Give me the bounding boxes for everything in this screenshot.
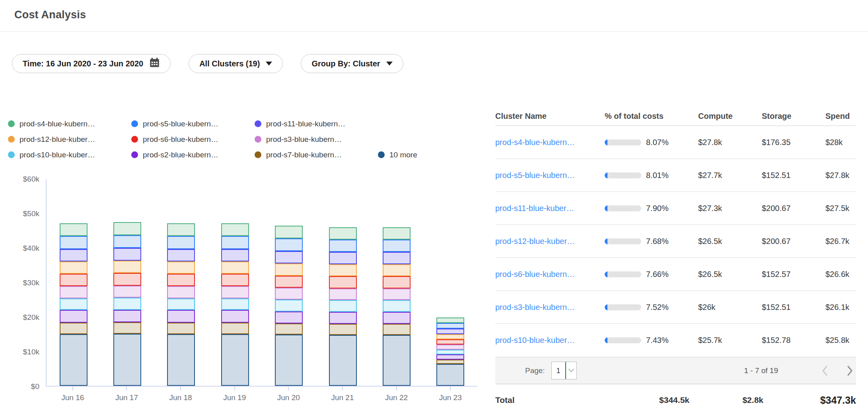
bar-segment[interactable]: [436, 344, 464, 350]
bar-segment[interactable]: [275, 300, 303, 312]
bar-segment[interactable]: [329, 264, 357, 276]
bar-segment[interactable]: [436, 329, 464, 334]
bar-segment[interactable]: [113, 261, 141, 273]
clusters-filter-dropdown[interactable]: All Clusters (19): [189, 54, 283, 73]
legend-item[interactable]: prod-s4-blue-kubern…: [8, 120, 107, 128]
legend-item[interactable]: prod-s11-blue-kubern…: [255, 120, 353, 128]
bar-segment[interactable]: [113, 273, 141, 285]
time-range-filter[interactable]: Time: 16 Jun 2020 - 23 Jun 2020: [12, 54, 171, 73]
bar-segment[interactable]: [329, 252, 357, 264]
bar-segment[interactable]: [383, 335, 411, 386]
bar-segment[interactable]: [60, 223, 88, 236]
cluster-name-link[interactable]: prod-s11-blue-kuber…: [495, 204, 605, 213]
bar-segment[interactable]: [60, 249, 88, 261]
page-select[interactable]: 1: [551, 362, 577, 379]
cluster-name-link[interactable]: prod-s6-blue-kubern…: [495, 270, 605, 279]
legend-item[interactable]: prod-s10-blue-kuber…: [8, 151, 107, 159]
bar-segment[interactable]: [167, 274, 195, 286]
bar-segment[interactable]: [436, 317, 464, 323]
bar-segment[interactable]: [383, 240, 411, 252]
bar-segment[interactable]: [221, 223, 249, 236]
bar-segment[interactable]: [167, 334, 195, 386]
legend-item[interactable]: prod-s5-blue-kubern…: [131, 120, 230, 128]
legend-item[interactable]: prod-s3-blue-kubern…: [255, 135, 353, 144]
bar-segment[interactable]: [221, 286, 249, 298]
bar-segment[interactable]: [60, 298, 88, 310]
cluster-name-link[interactable]: prod-s4-blue-kubern…: [495, 138, 605, 147]
bar-segment[interactable]: [221, 261, 249, 274]
bar-segment[interactable]: [167, 249, 195, 261]
bar-segment[interactable]: [383, 300, 411, 312]
bar-segment[interactable]: [329, 335, 357, 386]
prev-page-button[interactable]: [821, 365, 829, 377]
bar-segment[interactable]: [436, 364, 464, 386]
bar-segment[interactable]: [275, 312, 303, 323]
bar-segment[interactable]: [275, 335, 303, 386]
bar-segment[interactable]: [167, 323, 195, 334]
bar-segment[interactable]: [167, 286, 195, 298]
bar-segment[interactable]: [113, 310, 141, 322]
bar-segment[interactable]: [329, 312, 357, 324]
bar-segment[interactable]: [383, 264, 411, 276]
legend-item[interactable]: 10 more: [378, 151, 417, 159]
bar-segment[interactable]: [60, 236, 88, 249]
bar-segment[interactable]: [221, 236, 249, 249]
bar-segment[interactable]: [275, 323, 303, 335]
bar-segment[interactable]: [436, 323, 464, 329]
bar-segment[interactable]: [60, 323, 88, 334]
bar-segment[interactable]: [329, 227, 357, 240]
bar-segment[interactable]: [275, 263, 303, 275]
next-page-button[interactable]: [846, 365, 854, 377]
bar-segment[interactable]: [436, 354, 464, 360]
bar-segment[interactable]: [329, 324, 357, 335]
bar-segment[interactable]: [113, 286, 141, 298]
cluster-name-link[interactable]: prod-s10-blue-kuber…: [495, 336, 605, 345]
legend-item[interactable]: prod-s12-blue-kuber…: [8, 135, 107, 144]
bar-segment[interactable]: [60, 310, 88, 322]
bar-segment[interactable]: [167, 261, 195, 274]
bar-segment[interactable]: [383, 276, 411, 288]
bar-segment[interactable]: [113, 248, 141, 261]
bar-segment[interactable]: [275, 238, 303, 251]
bar-segment[interactable]: [383, 252, 411, 264]
bar-segment[interactable]: [167, 236, 195, 249]
bar-segment[interactable]: [167, 298, 195, 310]
bar-segment[interactable]: [383, 227, 411, 240]
bar-segment[interactable]: [329, 288, 357, 300]
bar-segment[interactable]: [275, 251, 303, 263]
bar-segment[interactable]: [436, 360, 464, 364]
bar-segment[interactable]: [221, 274, 249, 286]
bar-segment[interactable]: [383, 324, 411, 335]
legend-item[interactable]: prod-s7-blue-kubern…: [255, 151, 353, 159]
bar-segment[interactable]: [60, 286, 88, 298]
bar-segment[interactable]: [60, 274, 88, 286]
cluster-name-link[interactable]: prod-s3-blue-kubern…: [495, 303, 605, 312]
bar-segment[interactable]: [275, 288, 303, 300]
legend-item[interactable]: prod-s6-blue-kubern…: [131, 135, 230, 144]
bar-segment[interactable]: [383, 288, 411, 300]
bar-segment[interactable]: [275, 276, 303, 288]
bar-segment[interactable]: [60, 334, 88, 386]
bar-segment[interactable]: [436, 339, 464, 344]
group-by-dropdown[interactable]: Group By: Cluster: [301, 54, 403, 73]
bar-segment[interactable]: [113, 322, 141, 334]
bar-segment[interactable]: [167, 223, 195, 236]
bar-segment[interactable]: [60, 261, 88, 274]
cluster-name-link[interactable]: prod-s12-blue-kuber…: [495, 237, 605, 246]
bar-segment[interactable]: [436, 350, 464, 354]
bar-segment[interactable]: [167, 310, 195, 322]
bar-segment[interactable]: [113, 298, 141, 310]
bar-segment[interactable]: [329, 276, 357, 288]
bar-segment[interactable]: [221, 310, 249, 322]
bar-segment[interactable]: [436, 334, 464, 339]
bar-segment[interactable]: [329, 300, 357, 312]
bar-segment[interactable]: [113, 222, 141, 235]
bar-segment[interactable]: [221, 249, 249, 261]
cluster-name-link[interactable]: prod-s5-blue-kubern…: [495, 171, 605, 180]
bar-segment[interactable]: [275, 226, 303, 238]
bar-segment[interactable]: [383, 312, 411, 324]
bar-segment[interactable]: [329, 240, 357, 252]
legend-item[interactable]: prod-s2-blue-kubern…: [131, 151, 230, 159]
bar-segment[interactable]: [113, 235, 141, 248]
bar-segment[interactable]: [221, 334, 249, 386]
